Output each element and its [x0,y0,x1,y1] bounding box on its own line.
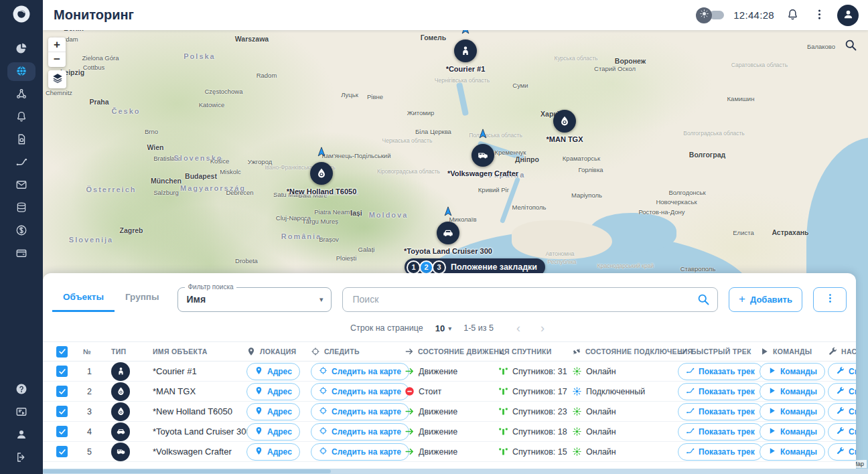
chevron-down-icon: ▾ [319,295,323,304]
map-marker[interactable]: *New Holland T6050 [310,162,333,185]
search-box [342,287,718,312]
search-icon[interactable] [697,293,710,306]
settings-button[interactable]: Свойства [828,363,856,380]
map-label: Горлівка [578,166,603,173]
crosshair-icon [319,386,328,397]
direction-arrow-icon [477,128,489,140]
sidebar-item-route[interactable] [7,153,35,172]
sidebar-item-sim-card[interactable] [7,131,35,149]
select-all-checkbox[interactable] [56,346,68,358]
globe-icon [15,65,27,79]
bookmark-badge-1[interactable]: 1 [407,260,421,274]
follow-on-map-button[interactable]: Следить на карте [311,363,409,380]
address-button[interactable]: Адрес [246,363,300,380]
header-menu-button[interactable] [810,7,828,24]
horizontal-scrollbar[interactable] [43,469,868,474]
commands-button[interactable]: Команды [760,363,825,380]
rows-per-page-select[interactable]: 10▾ [435,323,452,333]
settings-button[interactable]: Свойства [828,383,856,400]
sidebar-item-dollar[interactable] [7,222,35,240]
settings-button[interactable]: Свойства [828,403,856,420]
sidebar-item-user[interactable] [7,426,35,445]
prev-page-button[interactable]: ‹ [512,322,524,334]
crosshair-icon [319,426,328,437]
show-track-button[interactable]: Показать трек [678,383,763,400]
address-button[interactable]: Адрес [246,403,300,420]
sidebar-item-logout[interactable] [7,449,35,467]
theme-toggle[interactable] [696,7,724,23]
address-button[interactable]: Адрес [246,443,300,461]
commands-button[interactable]: Команды [760,383,825,400]
bookmark-badge-3[interactable]: 3 [432,260,446,274]
map-label: Brașov [319,236,339,243]
van-icon[interactable] [472,144,494,167]
sidebar-item-globe[interactable] [7,62,35,81]
settings-button[interactable]: Свойства [828,423,856,441]
search-input[interactable] [342,287,718,312]
follow-on-map-button[interactable]: Следить на карте [311,423,409,441]
commands-button[interactable]: Команды [760,423,825,441]
follow-on-map-button[interactable]: Следить на карте [311,403,409,420]
panel-menu-button[interactable] [813,287,847,312]
map-label: Старий Оскол [594,65,636,72]
sidebar-item-wallet[interactable] [7,244,35,263]
map-label: Ploiești [336,254,357,262]
droplet-icon[interactable] [310,162,333,185]
bookmark-badge-2[interactable]: 2 [419,260,433,274]
zoom-in-button[interactable]: + [48,37,66,52]
settings-button[interactable]: Свойства [828,443,856,461]
sidebar-item-news[interactable] [7,403,35,422]
add-button[interactable]: + Добавить [729,287,802,312]
commands-button[interactable]: Команды [760,403,825,420]
next-page-button[interactable]: › [536,322,549,334]
map-marker[interactable]: *Toyota Land Cruiser 300 [437,222,459,244]
sidebar-item-envelope[interactable] [7,176,35,195]
filter-select[interactable]: Фильтр поиска Имя ▾ [177,287,332,312]
sidebar-item-database[interactable] [7,199,35,218]
follow-on-map-button[interactable]: Следить на карте [311,443,409,461]
satellites-count: Спутников: 15 [512,447,567,457]
layers-button[interactable] [48,70,66,88]
address-button[interactable]: Адрес [246,423,300,441]
show-track-button[interactable]: Показать трек [678,403,763,420]
pin-icon [246,347,256,356]
show-track-button[interactable]: Показать трек [678,443,763,461]
droplet-type-icon [111,382,130,401]
tab-groups[interactable]: Группы [115,292,170,312]
map-label: Саратовська область [731,62,788,68]
map-label: Балаково [807,43,835,50]
courier-icon[interactable] [454,40,477,62]
connection-icon [572,386,582,396]
map-marker[interactable]: *Courier #1 [454,40,477,62]
car-icon[interactable] [437,222,459,244]
map-marker[interactable]: *MAN TGX [553,110,576,133]
map-label: Österreich [86,185,136,193]
sidebar-item-help[interactable] [7,380,35,399]
row-checkbox[interactable] [56,366,68,377]
notifications-button[interactable] [784,7,801,24]
row-checkbox[interactable] [56,426,68,437]
map-label: Луцьк [341,91,358,98]
avatar[interactable] [837,5,859,26]
map-marker[interactable]: *Volkswagen Crafter [472,144,494,167]
row-checkbox[interactable] [56,446,68,457]
sidebar-item-pie-chart[interactable] [7,40,35,58]
sidebar-item-share-nodes[interactable] [7,85,35,104]
droplet-icon[interactable] [553,110,576,133]
object-name: *Toyota Land Cruiser 300 [153,426,246,437]
tab-objects[interactable]: Объекты [52,292,115,312]
commands-button[interactable]: Команды [760,443,825,461]
show-track-button[interactable]: Показать трек [678,363,763,380]
follow-on-map-button[interactable]: Следить на карте [311,383,409,400]
address-button[interactable]: Адрес [246,383,300,400]
scrollbar-thumb[interactable] [43,469,331,473]
row-checkbox[interactable] [56,406,68,417]
show-track-button[interactable]: Показать трек [678,423,763,441]
map-label: Katowice [199,101,225,108]
sidebar-item-bell[interactable] [7,108,35,127]
zoom-out-button[interactable]: − [48,52,66,67]
row-checkbox[interactable] [56,386,68,397]
map-label: Česko [111,107,140,115]
map-search-button[interactable] [841,36,860,55]
pagination-range: 1-5 из 5 [463,323,494,333]
